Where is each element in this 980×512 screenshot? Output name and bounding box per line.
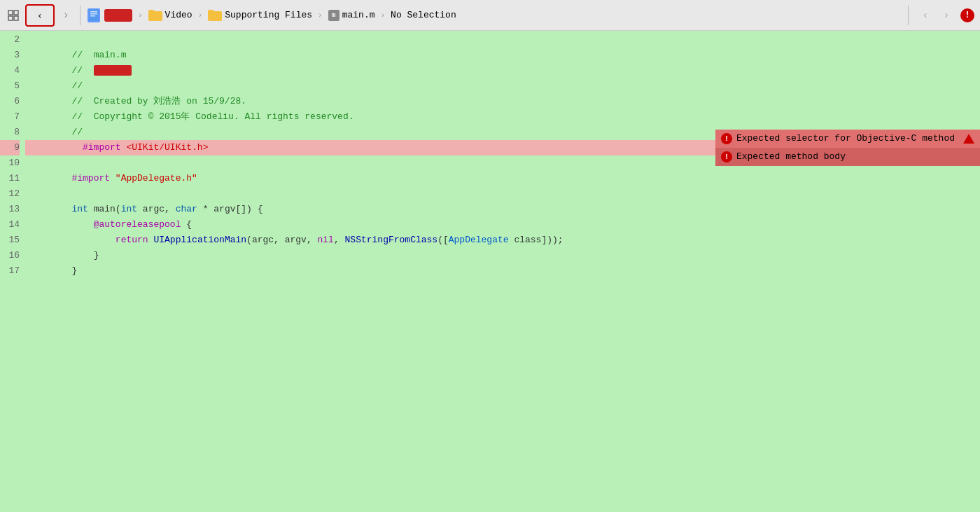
code-text-line4: //	[71, 81, 83, 91]
svg-rect-2	[8, 16, 13, 20]
redacted-project-name	[104, 9, 132, 22]
code-editor-area: 2 3 4 5 6 7 8 9 10 11 12 13 14 15 16 17 …	[0, 31, 980, 512]
svg-rect-0	[8, 11, 13, 15]
error-icon-2: !	[721, 151, 732, 162]
code-line-17	[25, 263, 980, 279]
line-num-8: 8	[0, 125, 20, 140]
error-tooltip: ! Expected selector for Objective-C meth…	[715, 130, 980, 166]
breadcrumb-supporting-files[interactable]: Supporting Files	[208, 10, 312, 21]
code-line-9: #import <UIKit/UIKit.h> ! Expected selec…	[25, 140, 980, 155]
line-num-17: 17	[0, 263, 20, 279]
code-text-line6: // Copyright © 2015年 Codeliu. All rights…	[71, 111, 354, 122]
collapse-label: ‹	[37, 10, 43, 21]
code-text-line2: // main.m	[71, 50, 126, 60]
breadcrumb-separator-3: ›	[316, 11, 324, 20]
line-num-7: 7	[0, 109, 20, 125]
m-file-icon: m	[328, 10, 340, 21]
grid-icon	[6, 8, 21, 23]
error-text-1: Expected selector for Objective-C method	[736, 131, 955, 146]
svg-rect-4	[89, 9, 99, 21]
breadcrumb-supporting-files-label: Supporting Files	[225, 10, 312, 20]
breadcrumb-separator-2: ›	[197, 11, 204, 20]
code-text-line9: #import <UIKit/UIKit.h>	[28, 125, 208, 171]
error-item-2: ! Expected method body	[715, 148, 980, 166]
breadcrumb-main-m-label: main.m	[342, 10, 375, 20]
line-num-9: 9	[0, 140, 20, 155]
nav-next-button[interactable]: ›	[939, 8, 953, 22]
code-line-2: // main.m	[25, 32, 980, 48]
line-num-11: 11	[0, 171, 20, 186]
svg-rect-5	[90, 11, 97, 13]
code-line-16: }	[25, 248, 980, 263]
error-text-2: Expected method body	[736, 149, 846, 165]
line-numbers-gutter: 2 3 4 5 6 7 8 9 10 11 12 13 14 15 16 17	[0, 32, 25, 512]
breadcrumb-video-label: Video	[165, 10, 192, 20]
code-line-3: // XXXXXXX	[25, 48, 980, 63]
folder-video-icon	[148, 10, 162, 21]
line-num-3: 3	[0, 48, 20, 63]
error-count-badge[interactable]: !	[960, 8, 974, 22]
breadcrumb-main-m[interactable]: m main.m	[328, 10, 375, 21]
navigation-bar: ‹ › › Video › Supporting Files › m mai	[0, 0, 980, 31]
line-num-2: 2	[0, 32, 20, 48]
line-num-6: 6	[0, 94, 20, 109]
code-redacted-line3: XXXXXXX	[94, 65, 132, 76]
code-line-12: int main(int argc, char * argv[]) {	[25, 186, 980, 202]
svg-rect-3	[14, 16, 18, 20]
nav-vertical-divider	[80, 6, 80, 25]
code-text-line3a: //	[71, 65, 93, 76]
error-triangle-1	[963, 134, 974, 144]
breadcrumb-separator-4: ›	[379, 11, 386, 20]
breadcrumb-separator-1: ›	[136, 11, 144, 20]
line-num-12: 12	[0, 186, 20, 202]
line-num-15: 15	[0, 233, 20, 248]
file-document-icon	[88, 8, 100, 22]
svg-rect-1	[14, 11, 18, 15]
code-content[interactable]: // main.m // XXXXXXX // // Created by 刘浩…	[25, 32, 980, 512]
nav-right-divider	[908, 6, 909, 25]
svg-rect-7	[90, 15, 95, 17]
code-line-4: //	[25, 63, 980, 78]
line-num-4: 4	[0, 63, 20, 78]
nav-right-controls: ‹ › !	[905, 6, 974, 25]
line-num-14: 14	[0, 217, 20, 233]
breadcrumb-video[interactable]: Video	[148, 10, 192, 21]
svg-rect-6	[90, 13, 97, 15]
nav-prev-button[interactable]: ‹	[918, 8, 932, 22]
error-icon-1: !	[721, 133, 732, 144]
no-selection-label: No Selection	[391, 10, 456, 20]
line-num-16: 16	[0, 248, 20, 263]
nav-forward-arrow[interactable]: ›	[59, 8, 73, 22]
folder-supporting-icon	[208, 10, 222, 21]
line-num-5: 5	[0, 78, 20, 94]
code-line-5: // Created by 刘浩浩 on 15/9/28.	[25, 78, 980, 94]
line-num-13: 13	[0, 202, 20, 217]
collapse-button[interactable]: ‹	[25, 4, 55, 27]
code-wrapper: 2 3 4 5 6 7 8 9 10 11 12 13 14 15 16 17 …	[0, 31, 980, 512]
code-text-line5: // Created by 刘浩浩 on 15/9/28.	[71, 96, 246, 106]
error-item-1: ! Expected selector for Objective-C meth…	[715, 130, 980, 148]
line-num-10: 10	[0, 155, 20, 171]
